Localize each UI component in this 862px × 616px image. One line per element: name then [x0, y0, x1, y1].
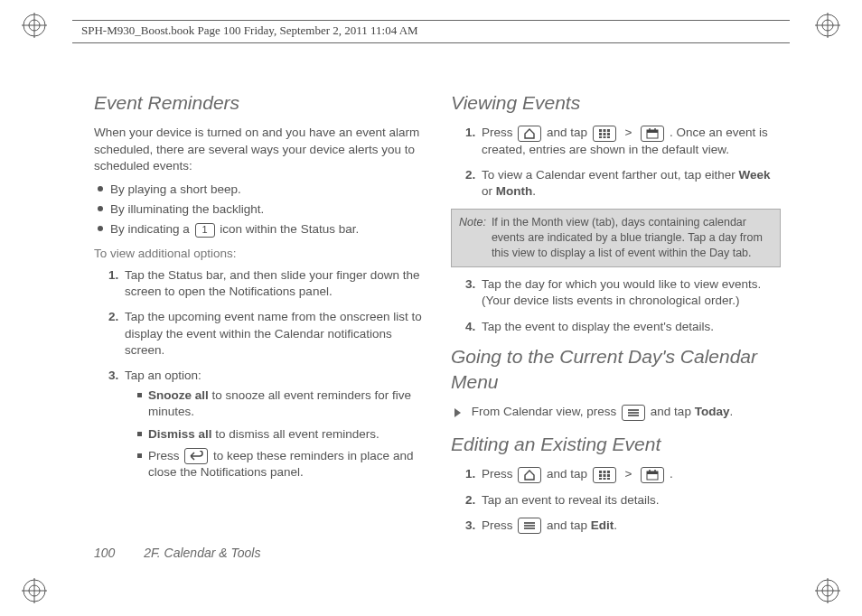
home-key-icon — [518, 126, 541, 142]
step-text: Tap an option: — [125, 369, 201, 382]
option-text: to dismiss all event reminders. — [212, 427, 379, 441]
calendar-app-icon — [641, 126, 664, 142]
square-bullet-icon — [137, 453, 142, 458]
list-item: Press to keep these reminders in place a… — [137, 448, 424, 481]
svg-rect-36 — [603, 474, 605, 477]
note-callout: Note: If in the Month view (tab), days c… — [451, 209, 781, 267]
right-column: Viewing Events 1. Press and tap > . Once… — [451, 90, 781, 566]
svg-rect-22 — [599, 136, 602, 138]
heading-editing-event: Editing an Existing Event — [451, 432, 781, 457]
note-label: Note: — [459, 215, 486, 261]
list-item: Snooze all to snooze all event reminders… — [137, 387, 424, 420]
step-text: Tap the event to display the event's det… — [482, 319, 781, 335]
option-label: Dismiss all — [148, 427, 212, 441]
crop-mark-icon — [22, 578, 47, 603]
step-number: 2. — [465, 167, 482, 200]
list-item: 2.Tap an event to reveal its details. — [465, 492, 781, 509]
edit-label: Edit — [591, 518, 614, 532]
step-number: 1. — [465, 125, 482, 158]
step-number: 1. — [108, 267, 125, 300]
step-text: Press and tap Edit. — [482, 518, 781, 534]
note-body: If in the Month view (tab), days contain… — [492, 215, 773, 261]
svg-rect-21 — [607, 133, 610, 135]
step-text: Tap an event to reveal its details. — [482, 492, 781, 509]
list-item: 3. Press and tap Edit. — [465, 518, 781, 534]
bullet-icon — [98, 226, 103, 231]
square-bullet-icon — [137, 432, 142, 436]
calendar-app-icon — [641, 467, 664, 483]
option-label: Snooze all — [148, 388, 209, 402]
crop-mark-icon — [815, 578, 840, 603]
list-item: 3.Tap the day for which you would like t… — [465, 276, 781, 309]
bullet-icon — [98, 206, 103, 211]
svg-rect-16 — [599, 129, 602, 132]
intro-paragraph: When your device is turned on and you ha… — [94, 125, 424, 174]
step-number: 2. — [465, 492, 482, 509]
bullet-text: By indicating a 1 icon within the Status… — [110, 221, 359, 238]
list-item: By illuminating the backlight. — [98, 201, 424, 218]
menu-key-icon — [518, 518, 541, 534]
step-text: Press and tap > . — [482, 466, 781, 482]
step-text: Tap the upcoming event name from the ons… — [125, 309, 424, 359]
heading-going-today: Going to the Current Day's Calendar Menu — [451, 344, 781, 396]
calendar-one-icon: 1 — [195, 223, 215, 238]
viewing-steps-cont: 3.Tap the day for which you would like t… — [465, 276, 781, 335]
today-label: Today — [695, 405, 730, 418]
list-item: 1. Press and tap > . — [465, 466, 781, 482]
list-item: Dismiss all to dismiss all event reminde… — [137, 426, 424, 443]
list-item: 1. Press and tap > . Once an event is cr… — [465, 125, 781, 158]
svg-rect-35 — [599, 474, 602, 477]
list-item: 3. Tap an option: Snooze all to snooze a… — [108, 368, 424, 487]
list-item: By playing a short beep. — [98, 182, 424, 198]
today-step: From Calendar view, press and tap Today. — [454, 404, 781, 420]
page-number: 100 — [94, 546, 115, 560]
svg-rect-17 — [603, 129, 605, 132]
subheading-to-view: To view additional options: — [94, 246, 424, 262]
step-number: 2. — [108, 309, 125, 359]
list-item: By indicating a 1 icon within the Status… — [98, 221, 424, 238]
svg-rect-34 — [607, 471, 610, 473]
left-column: Event Reminders When your device is turn… — [94, 90, 424, 566]
editing-steps: 1. Press and tap > . 2.Tap an event to r… — [465, 466, 781, 534]
alert-methods-list: By playing a short beep. By illuminating… — [98, 182, 424, 238]
back-key-icon — [184, 448, 208, 464]
running-header: SPH-M930_Boost.book Page 100 Friday, Sep… — [81, 23, 418, 38]
apps-grid-icon — [593, 467, 616, 483]
svg-rect-42 — [647, 471, 658, 474]
options-steps: 1.Tap the Status bar, and then slide you… — [108, 267, 424, 487]
triangle-bullet-icon — [454, 408, 461, 417]
page-footer: 100 2F. Calendar & Tools — [94, 546, 260, 560]
step-number: 4. — [465, 319, 482, 335]
list-item: 2. To view a Calendar event farther out,… — [465, 167, 781, 200]
menu-key-icon — [622, 405, 645, 421]
svg-rect-33 — [603, 471, 605, 473]
step-number: 3. — [465, 276, 482, 309]
bullet-icon — [98, 186, 103, 191]
crop-mark-icon — [22, 13, 47, 38]
heading-viewing-events: Viewing Events — [451, 90, 781, 116]
svg-rect-19 — [599, 133, 602, 135]
svg-rect-18 — [607, 129, 610, 132]
svg-rect-26 — [647, 130, 658, 133]
list-item: 4.Tap the event to display the event's d… — [465, 319, 781, 335]
step-text: To view a Calendar event farther out, ta… — [482, 167, 781, 200]
svg-rect-38 — [599, 478, 602, 480]
bullet-text: By playing a short beep. — [110, 182, 241, 198]
svg-rect-23 — [603, 136, 605, 138]
list-item: 1.Tap the Status bar, and then slide you… — [108, 267, 424, 300]
square-bullet-icon — [137, 393, 142, 397]
step-number: 3. — [108, 368, 125, 487]
svg-rect-32 — [599, 471, 602, 473]
home-key-icon — [518, 467, 541, 483]
svg-rect-37 — [607, 474, 610, 477]
viewing-steps: 1. Press and tap > . Once an event is cr… — [465, 125, 781, 200]
sub-options: Snooze all to snooze all event reminders… — [137, 387, 424, 481]
bullet-text: By illuminating the backlight. — [110, 201, 264, 218]
svg-rect-39 — [603, 478, 605, 480]
option-text: Press — [148, 449, 183, 462]
month-label: Month — [496, 184, 532, 198]
step-text: Tap the day for which you would like to … — [482, 276, 781, 309]
svg-rect-24 — [607, 136, 610, 138]
step-number: 3. — [465, 518, 482, 534]
apps-grid-icon — [593, 126, 616, 142]
